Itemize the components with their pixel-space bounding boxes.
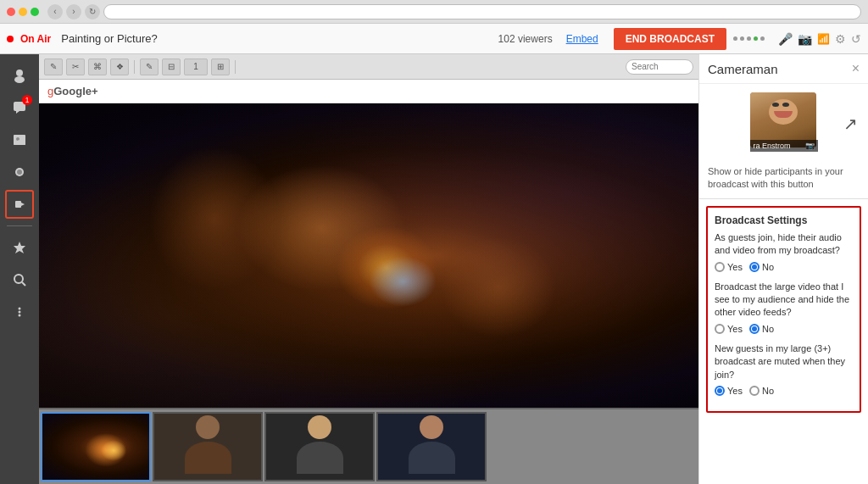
bs-q1-yes[interactable]: Yes bbox=[715, 262, 743, 272]
sidebar-divider bbox=[7, 225, 32, 226]
bs-q3-no-radio[interactable] bbox=[749, 386, 760, 396]
bs-options-2: Yes No bbox=[715, 324, 853, 334]
toolbar-btn-6[interactable]: ⊟ bbox=[162, 58, 181, 75]
sidebar-item-image[interactable] bbox=[5, 125, 34, 154]
toolbar-btn-3[interactable]: ⌘ bbox=[88, 58, 107, 75]
avatar-eye-right bbox=[782, 103, 789, 107]
close-panel-button[interactable]: × bbox=[852, 61, 860, 76]
bs-q1-no-radio[interactable] bbox=[749, 262, 760, 272]
toolbar-btn-zoom[interactable]: ⊞ bbox=[211, 58, 230, 75]
status-dot-1 bbox=[733, 36, 737, 41]
undo-icon[interactable]: ↺ bbox=[851, 32, 861, 46]
sidebar-item-people[interactable] bbox=[5, 61, 34, 90]
sidebar-item-camera[interactable] bbox=[5, 158, 34, 186]
broadcast-settings-question-2: Broadcast the large video that I see to … bbox=[715, 281, 853, 320]
broadcast-settings-question-3: New guests in my large (3+) broadcast ar… bbox=[715, 342, 853, 381]
toolbar-btn-2[interactable]: ✂ bbox=[66, 58, 85, 75]
filmstrip bbox=[39, 408, 698, 484]
filmstrip-person-2 bbox=[266, 414, 373, 480]
sidebar-item-chat[interactable]: 1 bbox=[5, 93, 34, 122]
filmstrip-item-2[interactable] bbox=[264, 412, 375, 481]
forward-button[interactable]: › bbox=[66, 4, 81, 19]
person-silhouette-3 bbox=[406, 415, 457, 479]
content-area: ✎ ✂ ⌘ ❖ ✎ ⊟ 1 ⊞ g Google+ bbox=[39, 54, 698, 484]
filmstrip-person-1 bbox=[154, 414, 261, 480]
toolbar-btn-page[interactable]: 1 bbox=[184, 58, 208, 75]
bs-q2-no-radio[interactable] bbox=[749, 324, 760, 334]
bs-q1-yes-radio[interactable] bbox=[715, 262, 725, 272]
cameraman-title: Cameraman bbox=[708, 62, 778, 76]
bs-q3-yes[interactable]: Yes bbox=[715, 386, 743, 396]
avatar-name: ra Enstrom bbox=[754, 142, 791, 150]
broadcast-settings-box: Broadcast Settings As guests join, hide … bbox=[706, 206, 861, 413]
minimize-window-dot[interactable] bbox=[19, 8, 27, 16]
back-button[interactable]: ‹ bbox=[47, 4, 63, 19]
signal-icon[interactable]: 📶 bbox=[817, 33, 830, 45]
bs-q1-yes-label: Yes bbox=[727, 262, 743, 272]
nebula-dust bbox=[39, 103, 698, 408]
svg-point-1 bbox=[14, 76, 25, 83]
bs-q2-no[interactable]: No bbox=[749, 324, 774, 334]
status-dot-4 bbox=[754, 36, 758, 41]
avatar-eye-left bbox=[772, 103, 779, 107]
top-bar-dots bbox=[733, 36, 765, 41]
bs-q1-no[interactable]: No bbox=[749, 262, 774, 272]
broadcast-settings-question-1: As guests join, hide their audio and vid… bbox=[715, 231, 853, 258]
status-dot-2 bbox=[740, 36, 744, 41]
sidebar-item-broadcast[interactable] bbox=[5, 190, 34, 219]
person-silhouette-1 bbox=[182, 415, 233, 479]
filmstrip-item-3[interactable] bbox=[376, 412, 487, 481]
mic-icon[interactable]: 🎤 bbox=[778, 32, 793, 46]
end-broadcast-button[interactable]: END BROADCAST bbox=[614, 28, 726, 50]
toolbar-btn-1[interactable]: ✎ bbox=[44, 58, 63, 75]
browser-bar: ‹ › ↻ bbox=[0, 0, 868, 24]
svg-marker-3 bbox=[16, 111, 19, 114]
svg-point-0 bbox=[16, 70, 23, 76]
toolbar-search-input[interactable] bbox=[626, 59, 693, 75]
bs-q3-no[interactable]: No bbox=[749, 386, 774, 396]
svg-marker-10 bbox=[21, 203, 25, 206]
bs-options-1: Yes No bbox=[715, 262, 853, 272]
svg-rect-9 bbox=[15, 201, 21, 208]
arrow-indicator: ↗ bbox=[843, 114, 858, 134]
avatar-area: ra Enstrom 📷 ↗ bbox=[699, 84, 868, 160]
bs-options-3: Yes No bbox=[715, 386, 853, 396]
bs-q3-yes-radio[interactable] bbox=[715, 386, 725, 396]
filmstrip-item-0[interactable] bbox=[41, 412, 151, 481]
embed-link[interactable]: Embed bbox=[566, 33, 598, 45]
settings-icon[interactable]: ⚙ bbox=[835, 32, 846, 46]
top-bar: On Air Painting or Picture? 102 viewers … bbox=[0, 24, 868, 54]
refresh-button[interactable]: ↻ bbox=[85, 4, 100, 19]
toolbar-btn-4[interactable]: ❖ bbox=[110, 58, 129, 75]
svg-point-14 bbox=[19, 308, 21, 310]
status-dot-5 bbox=[760, 36, 765, 41]
on-air-label: On Air bbox=[20, 33, 51, 45]
svg-point-5 bbox=[16, 137, 19, 141]
nebula-background bbox=[39, 103, 698, 408]
svg-point-16 bbox=[19, 314, 21, 317]
window-controls bbox=[7, 8, 39, 16]
sidebar-item-effects[interactable] bbox=[5, 233, 34, 262]
bs-q2-yes-radio[interactable] bbox=[715, 324, 725, 334]
svg-point-8 bbox=[17, 170, 22, 175]
avatar-container: ra Enstrom 📷 bbox=[750, 92, 818, 152]
close-window-dot[interactable] bbox=[7, 8, 15, 16]
svg-marker-11 bbox=[14, 242, 25, 253]
sidebar-item-more[interactable] bbox=[5, 298, 34, 326]
filmstrip-nebula-thumb bbox=[42, 414, 149, 480]
filmstrip-item-1[interactable] bbox=[153, 412, 263, 481]
person-body-2 bbox=[297, 442, 343, 474]
sidebar-item-search[interactable] bbox=[5, 265, 34, 294]
maximize-window-dot[interactable] bbox=[31, 8, 39, 16]
camera-off-icon[interactable]: 📷 bbox=[798, 32, 812, 46]
bs-q2-yes[interactable]: Yes bbox=[715, 324, 743, 334]
filmstrip-person-3 bbox=[378, 414, 485, 480]
right-panel: Cameraman × ra Enstrom 📷 ↗ Sho bbox=[698, 54, 868, 484]
broadcast-settings-title: Broadcast Settings bbox=[715, 214, 853, 226]
googleplus-logo: Google+ bbox=[53, 85, 97, 97]
avatar-name-bar: ra Enstrom 📷 bbox=[750, 140, 818, 152]
main-area: 1 ✎ ✂ ⌘ ❖ ✎ ⊟ 1 bbox=[0, 54, 868, 484]
toolbar-btn-5[interactable]: ✎ bbox=[140, 58, 159, 75]
googleplus-bar: g Google+ bbox=[39, 80, 698, 103]
bs-q3-yes-label: Yes bbox=[727, 386, 743, 396]
